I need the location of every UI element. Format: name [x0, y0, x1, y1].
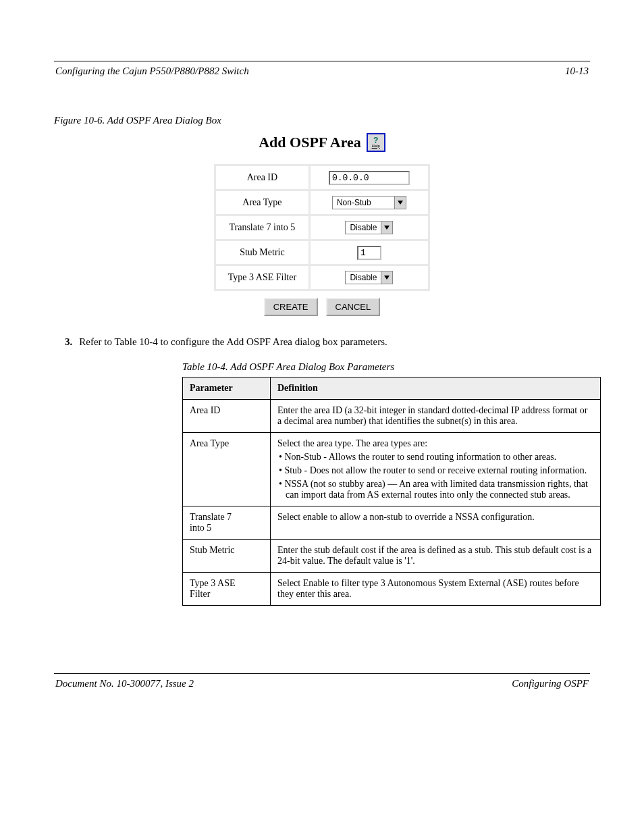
- type3-ase-select[interactable]: Disable: [345, 271, 393, 284]
- label-stub-metric: Stub Metric: [216, 241, 308, 264]
- page-footer: Document No. 10-300077, Issue 2 Configur…: [54, 678, 590, 689]
- figure-caption: Figure 10-6. Add OSPF Area Dialog Box: [54, 115, 590, 126]
- create-button[interactable]: CREATE: [264, 298, 318, 316]
- step-body: Refer to Table 10-4 to configure the Add…: [79, 336, 387, 347]
- chevron-down-icon: [381, 271, 392, 284]
- svg-marker-2: [384, 276, 390, 280]
- stub-metric-input[interactable]: [357, 246, 381, 260]
- page-header: Configuring the Cajun P550/P880/P882 Swi…: [54, 66, 590, 111]
- header-left: Configuring the Cajun P550/P880/P882 Swi…: [55, 66, 249, 77]
- help-icon[interactable]: ? Help: [367, 133, 385, 152]
- step-number: 3.: [65, 336, 79, 347]
- chevron-down-icon: [381, 221, 392, 234]
- translate-select[interactable]: Disable: [345, 221, 393, 234]
- area-type-select[interactable]: Non-Stub: [332, 196, 406, 209]
- step-3: 3.Refer to Table 10-4 to configure the A…: [54, 336, 590, 348]
- table-caption: Table 10-4. Add OSPF Area Dialog Box Par…: [182, 361, 590, 373]
- area-id-input[interactable]: [329, 171, 410, 185]
- table-row: Type 3 ASEFilter Select Enable to filter…: [183, 573, 601, 606]
- footer-right: Configuring OSPF: [512, 678, 589, 689]
- add-ospf-area-dialog: Add OSPF Area ? Help Area ID Area Type: [214, 133, 430, 316]
- dialog-title: Add OSPF Area: [259, 134, 361, 151]
- th-definition: Definition: [271, 377, 601, 400]
- dialog-form-table: Area ID Area Type Non-Stub: [214, 164, 430, 291]
- type3-ase-value: Disable: [346, 271, 381, 284]
- label-area-id: Area ID: [216, 166, 308, 189]
- label-type3-ase: Type 3 ASE Filter: [216, 266, 308, 289]
- header-divider: [54, 61, 590, 61]
- label-translate: Translate 7 into 5: [216, 216, 308, 239]
- area-type-value: Non-Stub: [333, 197, 395, 209]
- table-row: Area Type Select the area type. The area…: [183, 433, 601, 506]
- translate-value: Disable: [346, 221, 381, 234]
- chevron-down-icon: [395, 197, 406, 209]
- svg-marker-1: [384, 226, 390, 230]
- svg-marker-0: [398, 201, 403, 205]
- parameter-table: Parameter Definition Area ID Enter the a…: [182, 377, 601, 606]
- footer-divider: [54, 673, 590, 674]
- table-row: Area ID Enter the area ID (a 32-bit inte…: [183, 400, 601, 433]
- header-right: 10-13: [565, 66, 589, 77]
- cancel-button[interactable]: CANCEL: [326, 298, 381, 316]
- footer-left: Document No. 10-300077, Issue 2: [55, 678, 194, 689]
- table-row: Translate 7into 5 Select enable to allow…: [183, 506, 601, 540]
- th-parameter: Parameter: [183, 377, 271, 400]
- label-area-type: Area Type: [216, 191, 308, 214]
- table-row: Stub Metric Enter the stub default cost …: [183, 540, 601, 573]
